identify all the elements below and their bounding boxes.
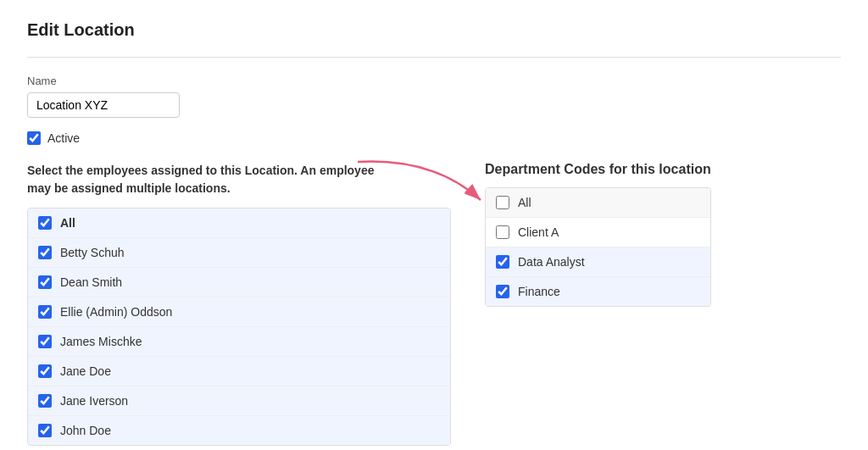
dept-label-data-analyst: Data Analyst [518, 255, 585, 269]
employee-label-all: All [60, 216, 75, 230]
employee-label-dean: Dean Smith [60, 275, 122, 289]
page-container: Edit Location Name Active Select the emp… [0, 0, 868, 450]
employee-label-jane-doe: Jane Doe [60, 364, 111, 378]
divider [27, 57, 841, 58]
employee-item-all[interactable]: All [28, 208, 450, 238]
employee-label-betty: Betty Schuh [60, 246, 125, 259]
active-checkbox[interactable] [27, 131, 41, 145]
employee-label-jane-iverson: Jane Iverson [60, 394, 128, 408]
employee-checkbox-dean[interactable] [38, 275, 52, 289]
active-label: Active [47, 131, 80, 145]
employees-instruction: Select the employees assigned to this Lo… [27, 162, 400, 197]
employee-label-james: James Mischke [60, 335, 142, 348]
employee-checkbox-ellie[interactable] [38, 305, 52, 319]
employee-checkbox-all[interactable] [38, 216, 52, 230]
dept-checkbox-data-analyst[interactable] [496, 255, 509, 269]
employee-checkbox-john[interactable] [38, 424, 52, 437]
dept-item-all[interactable]: All [486, 188, 710, 218]
two-column-section: Select the employees assigned to this Lo… [27, 162, 841, 446]
employee-item-dean[interactable]: Dean Smith [28, 268, 450, 297]
dept-label-all: All [518, 196, 531, 209]
name-label: Name [27, 75, 841, 87]
employee-item-john[interactable]: John Doe [28, 416, 450, 445]
employee-item-james[interactable]: James Mischke [28, 327, 450, 357]
employee-item-betty[interactable]: Betty Schuh [28, 238, 450, 268]
dept-item-finance[interactable]: Finance [486, 277, 710, 306]
employee-label-ellie: Ellie (Admin) Oddson [60, 305, 172, 319]
employee-checkbox-jane-doe[interactable] [38, 364, 52, 378]
dept-label-finance: Finance [518, 285, 560, 298]
departments-section: Department Codes for this location All C… [485, 162, 711, 307]
dept-checkbox-all[interactable] [496, 196, 509, 209]
name-input[interactable] [27, 92, 180, 118]
dept-checkbox-finance[interactable] [496, 285, 509, 298]
employees-list: All Betty Schuh Dean Smith Ellie (Admin)… [27, 208, 451, 446]
employee-item-jane-doe[interactable]: Jane Doe [28, 357, 450, 386]
name-field: Name [27, 75, 841, 118]
employees-section: Select the employees assigned to this Lo… [27, 162, 451, 446]
departments-title: Department Codes for this location [485, 162, 711, 177]
employee-item-jane-iverson[interactable]: Jane Iverson [28, 386, 450, 416]
dept-label-client-a: Client A [518, 225, 559, 239]
dept-checkbox-client-a[interactable] [496, 225, 509, 239]
dept-item-data-analyst[interactable]: Data Analyst [486, 247, 710, 277]
employee-checkbox-betty[interactable] [38, 246, 52, 259]
employee-checkbox-james[interactable] [38, 335, 52, 348]
dept-item-client-a[interactable]: Client A [486, 218, 710, 247]
employee-checkbox-jane-iverson[interactable] [38, 394, 52, 408]
employee-item-ellie[interactable]: Ellie (Admin) Oddson [28, 297, 450, 327]
employee-label-john: John Doe [60, 424, 111, 437]
active-row: Active [27, 131, 841, 145]
departments-list: All Client A Data Analyst Finance [485, 187, 711, 307]
page-title: Edit Location [27, 20, 841, 40]
